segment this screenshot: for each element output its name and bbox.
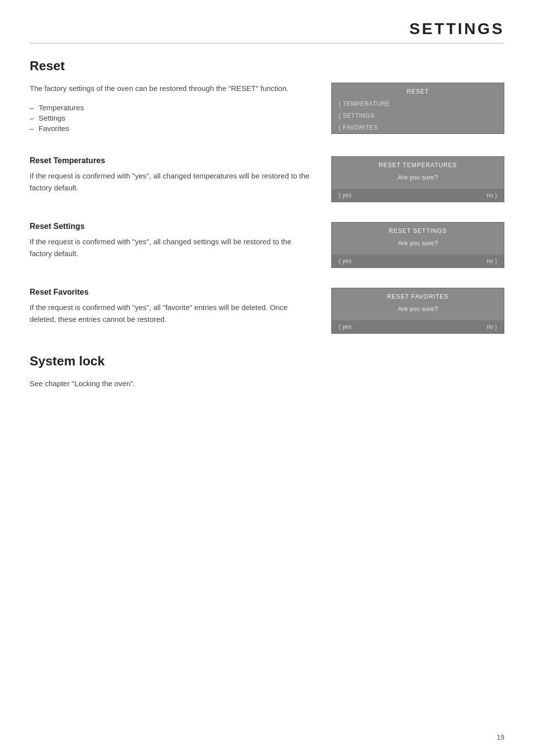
reset-favorites-no[interactable]: no ) [487,323,497,330]
reset-settings-confirm-panel: RESET SETTINGS Are you sure? ( yes no ) [331,222,504,268]
reset-favorites-title: Reset Favorites [30,288,312,297]
system-lock-body: See chapter "Locking the oven". [30,378,504,390]
reset-settings-panel-question: Are you sure? [332,236,504,255]
reset-settings-left: Reset Settings If the request is confirm… [30,222,312,268]
reset-temperatures-content: Reset Temperatures If the request is con… [30,156,504,202]
reset-favorites-panel-options: ( yes no ) [332,320,504,333]
reset-settings-content: Reset Settings If the request is confirm… [30,222,504,268]
header-divider [30,43,504,44]
reset-settings-panel-title: RESET SETTINGS [332,222,504,236]
reset-intro-area: The factory settings of the oven can be … [30,83,504,141]
reset-settings-yes[interactable]: ( yes [339,258,352,265]
reset-intro-panel: RESET ( TEMPERATURE ( SETTINGS ( FAVORIT… [331,83,504,141]
bullet-settings: Settings [30,113,312,123]
reset-favorites-left: Reset Favorites If the request is confir… [30,288,312,334]
system-lock-title: System lock [30,354,504,369]
reset-panel-row-0: ( TEMPERATURE [332,98,504,110]
reset-temperatures-panel: RESET TEMPERATURES Are you sure? ( yes n… [331,156,504,202]
reset-temperatures-confirm-panel: RESET TEMPERATURES Are you sure? ( yes n… [331,156,504,202]
reset-intro-left: The factory settings of the oven can be … [30,83,312,141]
page-title: SETTINGS [409,20,504,38]
reset-settings-body: If the request is confirmed with "yes", … [30,236,312,260]
reset-temperatures-title: Reset Temperatures [30,156,312,165]
reset-favorites-panel-question: Are you sure? [332,302,504,320]
reset-panel-row-2: ( FAVORITES [332,122,504,133]
reset-favorites-body: If the request is confirmed with "yes", … [30,302,312,325]
reset-settings-title: Reset Settings [30,222,312,231]
reset-temperatures-panel-title: RESET TEMPERATURES [332,157,504,171]
reset-bullet-list: Temperatures Settings Favorites [30,102,312,133]
reset-favorites-yes[interactable]: ( yes [339,323,352,330]
reset-favorites-panel-title: RESET FAVORITES [332,288,504,302]
reset-temperatures-panel-options: ( yes no ) [332,189,504,202]
reset-favorites-content: Reset Favorites If the request is confir… [30,288,504,334]
reset-temperatures-yes[interactable]: ( yes [339,192,352,199]
reset-settings-no[interactable]: no ) [487,258,497,265]
reset-favorites-confirm-panel: RESET FAVORITES Are you sure? ( yes no ) [331,288,504,334]
bullet-favorites: Favorites [30,123,312,133]
reset-settings-subsection: Reset Settings If the request is confirm… [30,222,504,268]
reset-panel-header: RESET [332,83,504,98]
reset-panel-row-1: ( SETTINGS [332,110,504,122]
system-lock-section: System lock See chapter "Locking the ove… [30,354,504,390]
reset-settings-panel: RESET SETTINGS Are you sure? ( yes no ) [331,222,504,268]
reset-temperatures-panel-question: Are you sure? [332,171,504,189]
reset-display-panel: RESET ( TEMPERATURE ( SETTINGS ( FAVORIT… [331,83,504,134]
reset-temperatures-subsection: Reset Temperatures If the request is con… [30,156,504,202]
reset-section: Reset The factory settings of the oven c… [30,58,504,334]
reset-intro-text: The factory settings of the oven can be … [30,83,312,94]
reset-favorites-subsection: Reset Favorites If the request is confir… [30,288,504,334]
reset-temperatures-left: Reset Temperatures If the request is con… [30,156,312,202]
reset-section-title: Reset [30,58,504,74]
page-header: SETTINGS [30,20,504,38]
reset-favorites-panel: RESET FAVORITES Are you sure? ( yes no ) [331,288,504,334]
reset-temperatures-body: If the request is confirmed with "yes", … [30,170,312,194]
reset-temperatures-no[interactable]: no ) [487,192,497,199]
page-number: 19 [496,733,504,741]
reset-settings-panel-options: ( yes no ) [332,255,504,267]
bullet-temperatures: Temperatures [30,102,312,113]
